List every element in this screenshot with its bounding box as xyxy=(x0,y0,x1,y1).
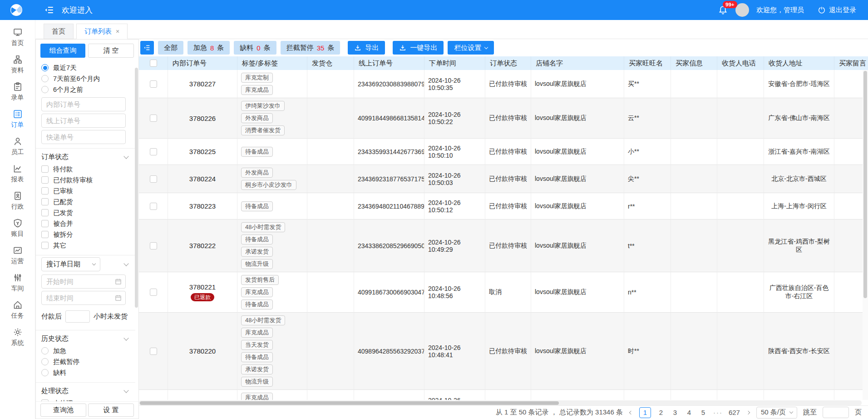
table-row[interactable]: 3780225待备成品23433599314426773692024-10-26… xyxy=(139,139,868,165)
checkbox-option[interactable]: 其它 xyxy=(36,240,135,251)
filter-urgent-button[interactable]: 加急8条 xyxy=(187,41,230,55)
filter-intercepted-button[interactable]: 拦截暂停35条 xyxy=(281,41,340,55)
clear-button[interactable]: 清 空 xyxy=(88,44,134,58)
notifications-button[interactable]: 99+ xyxy=(718,5,728,15)
row-checkbox[interactable] xyxy=(150,348,157,355)
page-button-2[interactable]: 2 xyxy=(657,409,665,416)
table-horizontal-scrollbar[interactable] xyxy=(139,400,862,405)
radio-option[interactable]: 6个月之前 xyxy=(36,84,135,95)
sidebar-item-orders[interactable]: 订单 xyxy=(0,105,35,133)
select-all-checkbox[interactable] xyxy=(150,60,157,67)
prev-page-button[interactable] xyxy=(629,411,633,414)
page-size-select[interactable]: 50 条/页 xyxy=(756,407,797,419)
table-row[interactable]: 3780223待备成品23436948021104678892024-10-26… xyxy=(139,193,868,219)
checkbox-option[interactable]: 已审核 xyxy=(36,185,135,196)
page-button-1[interactable]: 1 xyxy=(639,407,651,418)
sidebar-item-home[interactable]: 首页 xyxy=(0,24,35,51)
filter-scrollbar[interactable] xyxy=(135,68,138,308)
scrollbar-thumb[interactable] xyxy=(863,71,867,298)
end-time-input[interactable] xyxy=(41,291,126,305)
radio-option[interactable]: 拦截暂停 xyxy=(36,356,135,367)
close-tab-icon[interactable]: × xyxy=(116,28,119,35)
table-row[interactable]: 3780226伊绮莱沙发巾外发商品消费者催发货40991844986681358… xyxy=(139,98,868,139)
table-row[interactable]: 3780219库克成品待备成品40992450150930893152024-1… xyxy=(139,390,868,400)
table-vertical-scrollbar[interactable] xyxy=(863,70,868,400)
row-checkbox[interactable] xyxy=(150,203,157,210)
tab-order-list[interactable]: 订单列表 × xyxy=(76,24,128,39)
table-row[interactable]: 3780224外发商品桐乡市小皮沙发巾234369231877653717520… xyxy=(139,165,868,193)
start-time-input[interactable] xyxy=(41,274,126,289)
sidebar-item-workshop[interactable]: 车间 xyxy=(0,269,35,296)
scrollbar-thumb[interactable] xyxy=(140,401,559,405)
radio-option[interactable]: 最近7天 xyxy=(36,62,135,73)
cell-value: 时** xyxy=(628,347,639,355)
row-checkbox[interactable] xyxy=(150,148,157,155)
row-checkbox[interactable] xyxy=(150,80,157,88)
checkbox-option[interactable]: 待付款 xyxy=(36,164,135,175)
checkbox-option[interactable]: 未处理 xyxy=(36,398,135,401)
row-checkbox[interactable] xyxy=(150,115,157,122)
order-tag: 待备成品 xyxy=(241,352,273,362)
chevron-down-icon[interactable] xyxy=(123,154,128,159)
table-row[interactable]: 3780227库克定制库克成品23436920308839880792024-1… xyxy=(139,70,868,98)
online-order-input[interactable] xyxy=(41,114,126,128)
checkbox-option[interactable]: 已配货 xyxy=(36,196,135,207)
pay-hours-input[interactable] xyxy=(65,310,90,323)
checkbox-option[interactable]: 已付款待审核 xyxy=(36,175,135,185)
records-info: 从 1 至 50 条记录 ， 总记录数为 31346 条 xyxy=(496,408,623,417)
query-pool-button[interactable]: 查询池 xyxy=(40,404,86,417)
checkbox-option[interactable]: 被合并 xyxy=(36,218,135,229)
table-row[interactable]: 378022048小时需发货库克成品当天发货待备成品承诺发货物流升级409896… xyxy=(139,313,868,390)
logout-button[interactable]: 退出登录 xyxy=(818,6,856,15)
internal-order-input[interactable] xyxy=(41,97,126,111)
menu-fold-icon[interactable] xyxy=(44,5,54,15)
avatar[interactable] xyxy=(735,3,749,17)
filter-settings-button[interactable]: 设 置 xyxy=(88,404,134,417)
row-checkbox[interactable] xyxy=(150,289,157,296)
tab-home[interactable]: 首页 xyxy=(44,24,74,39)
page-button-4[interactable]: 4 xyxy=(685,409,693,416)
sidebar-item-accounts[interactable]: 账目 xyxy=(0,214,35,242)
table-row[interactable]: 3780221已退款发货前售后库克成品待备成品40991867300669030… xyxy=(139,272,868,313)
radio-option[interactable]: 7天前至6个月内 xyxy=(36,73,135,84)
buyer-wangwang-cell: 买** xyxy=(624,70,671,98)
export-all-button[interactable]: 一键导出 xyxy=(393,41,444,55)
checkbox-option[interactable]: 被拆分 xyxy=(36,229,135,240)
date-type-select[interactable]: 搜订单日期 xyxy=(41,257,100,271)
radio-option[interactable]: 缺料 xyxy=(36,367,135,378)
chevron-down-icon[interactable] xyxy=(123,261,128,266)
app-logo-icon[interactable] xyxy=(9,3,24,17)
cell-value: 已付款待审核 xyxy=(489,148,527,156)
page-button-last[interactable]: 627 xyxy=(729,409,740,416)
sidebar-item-system[interactable]: 系统 xyxy=(0,324,35,351)
jump-page-input[interactable] xyxy=(823,407,849,418)
filter-all-button[interactable]: 全部 xyxy=(158,41,183,55)
order-tag: 库克成品 xyxy=(241,287,273,297)
sidebar-item-reports[interactable]: 报表 xyxy=(0,160,35,187)
next-page-button[interactable] xyxy=(746,411,750,414)
sidebar-item-admin[interactable]: 行政 xyxy=(0,187,35,214)
export-button[interactable]: 导出 xyxy=(348,41,385,55)
sidebar-item-materials[interactable]: 资料 xyxy=(0,51,35,78)
chevron-down-icon[interactable] xyxy=(123,335,128,340)
checkbox-option[interactable]: 已发货 xyxy=(36,207,135,218)
sidebar-item-entry[interactable]: 录单 xyxy=(0,78,35,105)
online-order-id-cell: 2343692030883988079 xyxy=(354,70,424,98)
row-checkbox[interactable] xyxy=(150,175,157,183)
combo-query-button[interactable]: 组合查询 xyxy=(40,44,85,58)
sidebar-item-staff[interactable]: 员工 xyxy=(0,133,35,160)
page-button-5[interactable]: 5 xyxy=(699,409,707,416)
sidebar-item-operations[interactable]: 运营 xyxy=(0,242,35,269)
sidebar-item-tasks[interactable]: 任务 xyxy=(0,296,35,324)
columns-settings-button[interactable]: 栏位设置 xyxy=(448,41,494,55)
table-row[interactable]: 378022248小时需发货待备成品承诺发货物流升级23433862085296… xyxy=(139,219,868,272)
radio-option[interactable]: 加急 xyxy=(36,345,135,356)
page-button-3[interactable]: 3 xyxy=(671,409,679,416)
order-id: 3780223 xyxy=(189,202,216,210)
row-checkbox[interactable] xyxy=(150,242,157,249)
filter-missing-material-button[interactable]: 缺料0条 xyxy=(234,41,276,55)
express-number-input[interactable] xyxy=(41,130,126,144)
option-label: 已审核 xyxy=(53,187,73,195)
list-view-toggle-button[interactable] xyxy=(140,41,154,55)
chevron-down-icon[interactable] xyxy=(123,388,128,393)
